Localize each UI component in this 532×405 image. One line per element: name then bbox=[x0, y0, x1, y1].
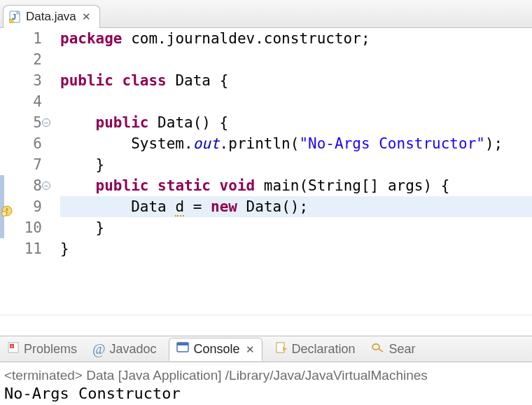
tab-javadoc[interactable]: @ Javadoc bbox=[90, 338, 159, 360]
unused-variable: d bbox=[175, 198, 184, 217]
svg-rect-12 bbox=[177, 343, 188, 345]
code-line[interactable]: System.out.println("No-Args Constructor"… bbox=[60, 133, 532, 154]
console-output: No-Args Constructor bbox=[4, 383, 528, 402]
tab-label: Problems bbox=[24, 342, 77, 357]
change-bar bbox=[0, 217, 4, 238]
code-line[interactable] bbox=[60, 49, 532, 70]
change-bar bbox=[0, 175, 4, 196]
svg-text:!: ! bbox=[10, 19, 11, 23]
panel-divider[interactable] bbox=[0, 315, 532, 336]
code-area[interactable]: package com.journaldev.constructor;publi… bbox=[48, 28, 532, 315]
code-line[interactable]: } bbox=[60, 154, 532, 175]
svg-point-14 bbox=[372, 344, 379, 350]
code-line[interactable]: public class Data { bbox=[60, 70, 532, 91]
marker-bar: ! bbox=[0, 28, 14, 315]
search-icon bbox=[371, 341, 385, 357]
tab-search[interactable]: Sear bbox=[368, 338, 419, 360]
editor-tab-data-java[interactable]: J ! Data.java ✕ bbox=[3, 5, 100, 28]
warning-icon[interactable]: ! bbox=[1, 201, 13, 212]
console-icon bbox=[176, 341, 189, 357]
svg-text:x: x bbox=[11, 344, 13, 348]
tab-label: Declaration bbox=[292, 342, 356, 357]
close-icon[interactable]: ✕ bbox=[244, 343, 255, 356]
bottom-tabbar: x Problems @ Javadoc Console ✕ Declarati… bbox=[0, 336, 532, 362]
problems-icon: x bbox=[7, 341, 20, 357]
code-editor[interactable]: ! 12345−678−91011 package com.journaldev… bbox=[0, 28, 532, 315]
tab-label: Data.java bbox=[26, 10, 76, 24]
svg-line-15 bbox=[379, 349, 383, 352]
code-line[interactable]: } bbox=[60, 238, 532, 259]
close-icon[interactable]: ✕ bbox=[80, 11, 91, 23]
console-status: <terminated> Data [Java Application] /Li… bbox=[4, 368, 528, 383]
tab-declaration[interactable]: Declaration bbox=[272, 338, 358, 360]
code-line[interactable]: public Data() { bbox=[60, 112, 532, 133]
javadoc-icon: @ bbox=[92, 341, 105, 357]
fold-toggle[interactable]: − bbox=[42, 118, 50, 127]
code-line[interactable]: Data d = new Data(); bbox=[60, 196, 532, 217]
svg-text:!: ! bbox=[5, 207, 8, 214]
code-line[interactable]: public static void main(String[] args) { bbox=[60, 175, 532, 196]
tab-label: Javadoc bbox=[109, 342, 156, 357]
editor-tabbar: J ! Data.java ✕ bbox=[0, 0, 532, 28]
console-panel: <terminated> Data [Java Application] /Li… bbox=[0, 362, 532, 405]
code-line[interactable] bbox=[60, 91, 532, 112]
tab-console[interactable]: Console ✕ bbox=[169, 338, 262, 361]
fold-toggle[interactable]: − bbox=[42, 181, 50, 190]
tab-label: Console bbox=[193, 342, 239, 357]
line-number-gutter: 12345−678−91011 bbox=[14, 28, 48, 315]
declaration-icon bbox=[275, 341, 288, 357]
tab-problems[interactable]: x Problems bbox=[4, 338, 80, 360]
java-file-icon: J ! bbox=[9, 11, 22, 23]
code-line[interactable]: package com.journaldev.constructor; bbox=[60, 28, 532, 49]
code-line[interactable]: } bbox=[60, 217, 532, 238]
tab-label: Sear bbox=[389, 342, 416, 357]
